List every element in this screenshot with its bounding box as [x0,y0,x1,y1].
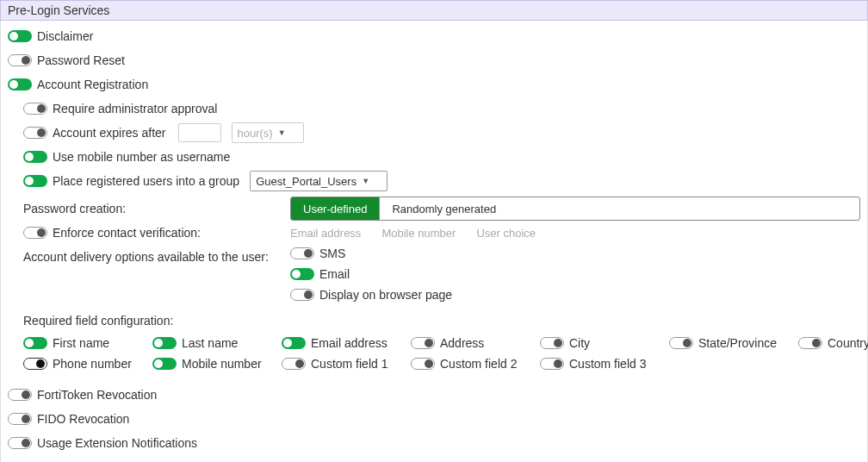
row-require-admin-approval: Require administrator approval [8,97,860,121]
row-delivery-options: Account delivery options available to th… [8,245,860,303]
group-select[interactable]: Guest_Portal_Users ▼ [250,171,388,191]
field-row: Custom field 2 [411,357,531,371]
field-label: First name [53,336,109,350]
label-account-registration: Account Registration [37,78,148,91]
toggle-field[interactable] [152,358,177,370]
label-delivery-browser: Display on browser page [319,288,452,302]
toggle-delivery-sms[interactable] [290,247,314,259]
field-row: Custom field 3 [540,357,660,371]
seg-randomly-generated-label: Randomly generated [392,203,496,215]
toggle-place-into-group[interactable] [23,175,47,187]
account-expires-unit-label: hour(s) [238,127,273,140]
section-content: Disclaimer Password Reset Account Regist… [0,21,868,462]
field-row: Email address [282,336,402,350]
opt-user-choice[interactable]: User choice [476,227,536,240]
toggle-password-reset[interactable] [8,54,32,66]
toggle-field[interactable] [152,337,177,349]
label-delivery-options: Account delivery options available to th… [23,250,269,264]
seg-randomly-generated[interactable]: Randomly generated [379,197,508,220]
toggle-usage-extension[interactable] [8,437,32,449]
row-mobile-as-username: Use mobile number as username [8,145,860,169]
section-header: Pre-Login Services [0,0,868,21]
row-place-into-group: Place registered users into a group Gues… [8,169,860,193]
field-label: City [569,336,590,350]
toggle-field[interactable] [282,358,306,370]
toggle-field[interactable] [798,337,822,349]
label-usage-extension: Usage Extension Notifications [37,436,197,450]
toggle-field[interactable] [411,358,435,370]
toggle-field[interactable] [540,337,564,349]
row-password-creation: Password creation: User-defined Randomly… [8,197,860,221]
toggle-account-expires[interactable] [23,127,47,139]
toggle-account-registration[interactable] [8,78,32,91]
row-usage-extension: Usage Extension Notifications [8,431,860,455]
opt-email-address[interactable]: Email address [290,227,361,240]
label-fido-revocation: FIDO Revocation [37,412,129,426]
toggle-fortitoken-revocation[interactable] [8,389,32,401]
toggle-enforce-verification[interactable] [23,227,47,239]
field-label: State/Province [698,336,777,350]
seg-user-defined-label: User-defined [303,203,367,215]
field-row: First name [23,336,144,350]
field-label: Custom field 1 [311,357,388,371]
field-label: Country [828,336,868,350]
label-password-creation: Password creation: [23,202,126,215]
toggle-delivery-browser[interactable] [290,289,314,301]
field-row: Phone number [23,357,144,371]
section-title: Pre-Login Services [8,3,109,17]
field-label: Mobile number [182,357,262,371]
row-fido-revocation: FIDO Revocation [8,407,860,431]
label-fortitoken-revocation: FortiToken Revocation [37,388,157,402]
field-label: Last name [182,336,238,350]
field-row: Mobile number [152,357,273,371]
field-label: Address [440,336,484,350]
row-account-expires: Account expires after hour(s) ▼ [8,121,860,145]
toggle-field[interactable] [540,358,564,370]
password-creation-segmented: User-defined Randomly generated [290,197,860,221]
toggle-field[interactable] [282,337,306,349]
field-label: Phone number [53,357,132,371]
account-expires-unit-select[interactable]: hour(s) ▼ [232,122,304,143]
field-row: Custom field 1 [282,357,402,371]
seg-user-defined[interactable]: User-defined [291,197,379,220]
field-label: Email address [311,336,388,350]
field-label: Custom field 3 [569,357,646,371]
row-fortitoken-revocation: FortiToken Revocation [8,383,860,407]
toggle-require-admin-approval[interactable] [23,103,47,115]
label-mobile-as-username: Use mobile number as username [53,150,230,164]
label-account-expires: Account expires after [53,126,166,140]
required-fields-grid: First nameLast nameEmail addressAddressC… [8,336,860,371]
toggle-field[interactable] [411,337,435,349]
toggle-field[interactable] [23,337,47,349]
chevron-down-icon: ▼ [278,128,286,137]
toggle-delivery-email[interactable] [290,268,314,280]
label-disclaimer: Disclaimer [37,29,93,43]
field-row: City [540,336,660,350]
toggle-field[interactable] [23,358,47,370]
verification-options: Email address Mobile number User choice [290,221,860,245]
row-disclaimer: Disclaimer [8,24,860,48]
label-delivery-sms: SMS [319,247,345,260]
account-expires-input[interactable] [178,123,221,142]
field-row: Country [798,336,868,350]
field-row: Address [411,336,531,350]
label-password-reset: Password Reset [37,53,125,67]
label-place-into-group: Place registered users into a group [53,174,239,188]
required-fields-heading: Required field configuration: [8,309,860,333]
row-enforce-verification: Enforce contact verification: Email addr… [8,221,860,245]
label-require-admin-approval: Require administrator approval [53,102,217,116]
toggle-disclaimer[interactable] [8,30,32,42]
field-row: State/Province [669,336,790,350]
label-enforce-verification: Enforce contact verification: [53,226,201,240]
chevron-down-icon: ▼ [362,177,369,185]
opt-mobile-number[interactable]: Mobile number [381,227,456,240]
row-password-reset: Password Reset [8,48,860,72]
toggle-fido-revocation[interactable] [8,413,32,425]
toggle-mobile-as-username[interactable] [23,151,47,163]
required-fields-heading-text: Required field configuration: [23,314,173,328]
field-label: Custom field 2 [440,357,517,371]
field-row: Last name [152,336,273,350]
label-delivery-email: Email [319,267,350,281]
row-account-registration: Account Registration [8,72,860,97]
toggle-field[interactable] [669,337,693,349]
